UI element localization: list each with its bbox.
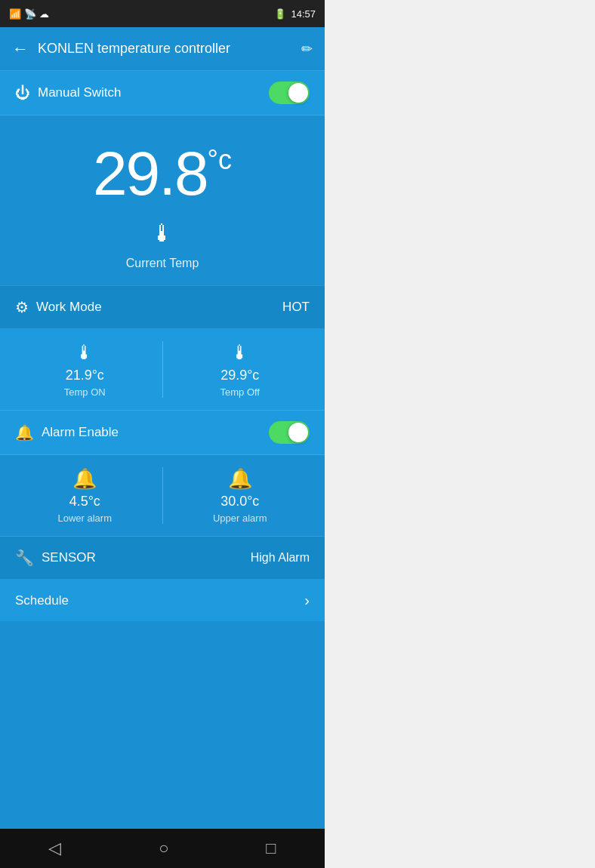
upper-alarm-icon: 🔔 xyxy=(228,467,252,491)
temp-off-icon: 🌡 xyxy=(230,341,250,365)
recent-nav-button[interactable]: □ xyxy=(248,833,294,864)
schedule-label: Schedule xyxy=(15,593,69,608)
alarm-toggle-knob xyxy=(288,423,308,442)
thermometer-icon: 🌡 xyxy=(150,220,174,248)
alarm-icon: 🔔 xyxy=(15,423,34,442)
schedule-text: Schedule xyxy=(15,593,69,608)
phone-frame: 📶 📡 ☁ 🔋 14:57 ← KONLEN temperature contr… xyxy=(0,0,325,868)
annotations-panel: Device Name can be modified ON/OFF Switc… xyxy=(325,0,595,868)
home-nav-button[interactable]: ○ xyxy=(140,833,187,864)
upper-alarm-value: 30.0°c xyxy=(220,494,259,509)
temperature-unit: °c xyxy=(208,144,232,176)
current-temp-label: Current Temp xyxy=(126,257,199,270)
sensor-icon: 🔧 xyxy=(15,549,34,567)
settings-icon: ⚙ xyxy=(15,298,29,316)
sensor-label: 🔧 SENSOR xyxy=(15,549,96,567)
lower-alarm-icon: 🔔 xyxy=(72,467,97,491)
manual-switch-label: ⏻ Manual Switch xyxy=(15,85,122,102)
schedule-row[interactable]: Schedule › xyxy=(0,580,325,621)
temp-on-icon: 🌡 xyxy=(75,341,94,365)
page-title: KONLEN temperature controller xyxy=(38,41,292,57)
temp-off-value: 29.9°c xyxy=(220,368,259,383)
temperature-display: 29.8 °c 🌡 Current Temp xyxy=(0,115,325,285)
sensor-text: SENSOR xyxy=(42,550,96,565)
status-time: 14:57 xyxy=(291,8,316,20)
power-icon: ⏻ xyxy=(15,85,30,102)
status-bar-right: 🔋 14:57 xyxy=(274,8,316,20)
status-bar-left: 📶 📡 ☁ xyxy=(9,8,49,20)
temp-settings-row: 🌡 21.9°c Temp ON 🌡 29.9°c Temp Off xyxy=(0,329,325,411)
status-bar: 📶 📡 ☁ 🔋 14:57 xyxy=(0,0,325,27)
alarm-enable-text: Alarm Enable xyxy=(42,425,119,440)
work-mode-label: ⚙ Work Mode xyxy=(15,298,102,316)
manual-switch-row: ⏻ Manual Switch xyxy=(0,71,325,115)
edit-button[interactable]: ✏ xyxy=(301,41,313,57)
cloud-icon: ☁ xyxy=(39,8,49,20)
battery-icon: 🔋 xyxy=(274,8,286,20)
bottom-nav: ◁ ○ □ xyxy=(0,829,325,868)
manual-switch-toggle[interactable] xyxy=(269,82,310,104)
upper-alarm-card[interactable]: 🔔 30.0°c Upper alarm xyxy=(171,467,310,524)
temp-on-card[interactable]: 🌡 21.9°c Temp ON xyxy=(15,341,155,398)
work-mode-text: Work Mode xyxy=(36,300,102,315)
chevron-right-icon: › xyxy=(304,592,310,609)
wifi-icon: 📡 xyxy=(24,8,36,20)
alarm-enable-row: 🔔 Alarm Enable xyxy=(0,411,325,455)
temp-on-label: Temp ON xyxy=(64,386,106,398)
upper-alarm-label: Upper alarm xyxy=(213,512,267,524)
alarm-enable-toggle[interactable] xyxy=(269,421,310,444)
temp-on-value: 21.9°c xyxy=(66,368,104,383)
sensor-status: High Alarm xyxy=(251,551,310,565)
temperature-value: 29.8 xyxy=(93,138,208,209)
back-nav-button[interactable]: ◁ xyxy=(30,833,79,864)
app-header: ← KONLEN temperature controller ✏ xyxy=(0,27,325,71)
temp-off-card[interactable]: 🌡 29.9°c Temp Off xyxy=(171,341,310,398)
lower-alarm-value: 4.5°c xyxy=(69,494,100,509)
back-button[interactable]: ← xyxy=(12,39,29,59)
work-mode-row[interactable]: ⚙ Work Mode HOT xyxy=(0,285,325,329)
lower-alarm-card[interactable]: 🔔 4.5°c Lower alarm xyxy=(15,467,155,524)
sensor-row[interactable]: 🔧 SENSOR High Alarm xyxy=(0,537,325,580)
work-mode-value: HOT xyxy=(282,300,310,315)
signal-icon: 📶 xyxy=(9,8,21,20)
temp-off-label: Temp Off xyxy=(220,386,260,398)
alarm-divider xyxy=(162,467,163,524)
alarm-enable-label: 🔔 Alarm Enable xyxy=(15,423,119,442)
manual-switch-text: Manual Switch xyxy=(38,85,122,100)
divider xyxy=(162,341,163,398)
toggle-knob xyxy=(288,83,308,103)
app-content: ← KONLEN temperature controller ✏ ⏻ Manu… xyxy=(0,27,325,829)
lower-alarm-label: Lower alarm xyxy=(57,512,112,524)
alarm-settings-row: 🔔 4.5°c Lower alarm 🔔 30.0°c Upper alarm xyxy=(0,455,325,537)
